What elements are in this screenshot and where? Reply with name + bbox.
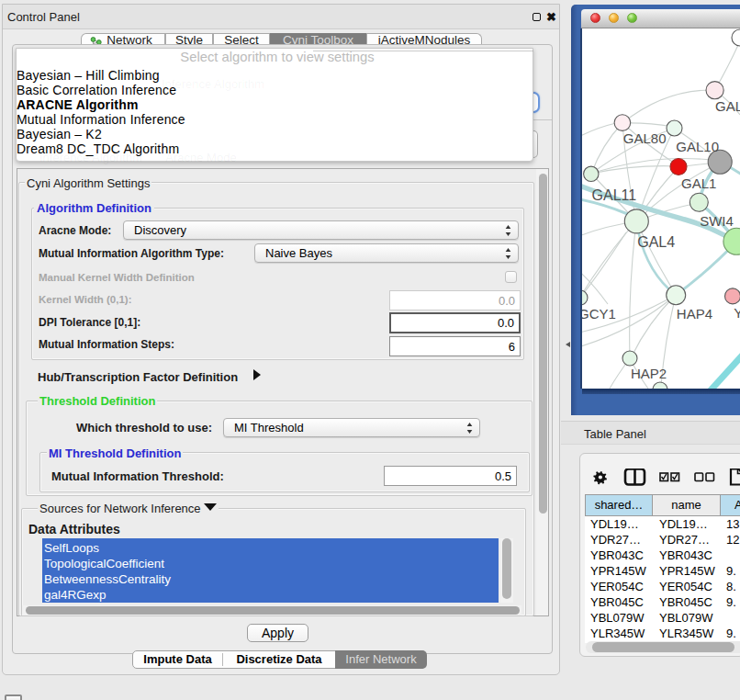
svg-text:GAL10: GAL10 (676, 139, 719, 154)
svg-text:GAL: GAL (715, 98, 740, 114)
svg-text:Y: Y (734, 305, 740, 321)
svg-text:SWI4: SWI4 (700, 213, 734, 229)
svg-text:HAP2: HAP2 (631, 366, 667, 381)
svg-text:GAL1: GAL1 (681, 175, 716, 191)
svg-text:GAL11: GAL11 (592, 187, 637, 203)
svg-text:HAP4: HAP4 (677, 306, 712, 322)
svg-text:GAL80: GAL80 (623, 130, 667, 146)
svg-text:GCY1: GCY1 (582, 306, 616, 322)
svg-text:GAL4: GAL4 (637, 234, 675, 250)
